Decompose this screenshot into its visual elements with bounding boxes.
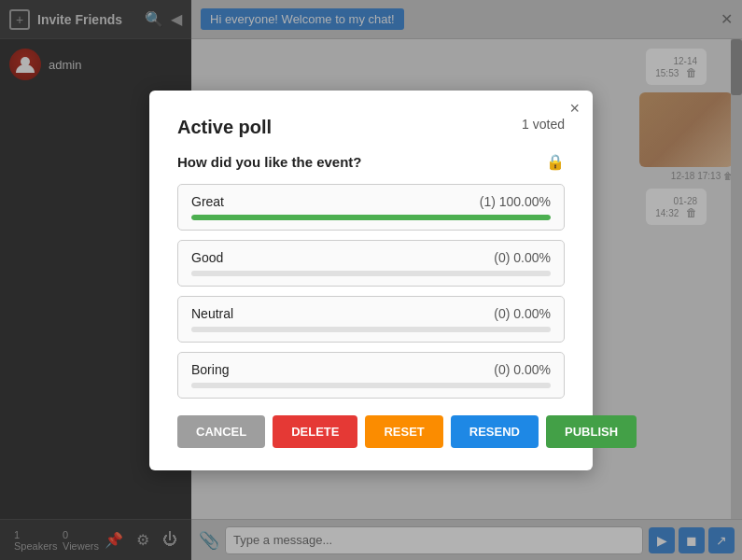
poll-option-good: Good (0) 0.00% xyxy=(177,240,565,287)
poll-option-good-label: Good xyxy=(191,250,223,265)
poll-bar-great-track xyxy=(191,215,551,220)
modal-voted: 1 voted xyxy=(522,117,565,132)
lock-icon: 🔒 xyxy=(546,153,565,171)
poll-modal: × Active poll 1 voted How did you like t… xyxy=(149,91,593,470)
poll-option-good-header: Good (0) 0.00% xyxy=(191,250,551,265)
poll-bar-great-fill xyxy=(191,215,551,220)
poll-option-boring-header: Boring (0) 0.00% xyxy=(191,362,551,377)
poll-bar-good-track xyxy=(191,271,551,276)
poll-option-boring-label: Boring xyxy=(191,362,229,377)
modal-close-button[interactable]: × xyxy=(569,100,580,117)
delete-button[interactable]: DELETE xyxy=(273,415,357,448)
modal-footer: CANCEL DELETE RESET RESEND PUBLISH xyxy=(177,415,565,448)
poll-option-neutral-header: Neutral (0) 0.00% xyxy=(191,306,551,321)
poll-question: How did you like the event? xyxy=(177,154,362,170)
cancel-button[interactable]: CANCEL xyxy=(177,415,265,448)
reset-button[interactable]: RESET xyxy=(365,415,442,448)
poll-option-neutral-pct: (0) 0.00% xyxy=(494,306,551,321)
poll-option-great-label: Great xyxy=(191,194,224,209)
poll-bar-boring-track xyxy=(191,383,551,388)
poll-option-neutral-label: Neutral xyxy=(191,306,233,321)
resend-button[interactable]: RESEND xyxy=(451,415,539,448)
poll-option-great-header: Great (1) 100.00% xyxy=(191,194,551,209)
poll-option-boring-pct: (0) 0.00% xyxy=(494,362,551,377)
poll-option-boring: Boring (0) 0.00% xyxy=(177,352,565,399)
modal-overlay: × Active poll 1 voted How did you like t… xyxy=(0,0,742,560)
poll-question-row: How did you like the event? 🔒 xyxy=(177,153,565,171)
poll-bar-neutral-track xyxy=(191,327,551,332)
poll-option-good-pct: (0) 0.00% xyxy=(494,250,551,265)
publish-button[interactable]: PUBLISH xyxy=(546,415,637,448)
poll-option-great: Great (1) 100.00% xyxy=(177,184,565,231)
modal-header: Active poll 1 voted xyxy=(177,117,565,138)
poll-option-great-pct: (1) 100.00% xyxy=(480,194,551,209)
poll-option-neutral: Neutral (0) 0.00% xyxy=(177,296,565,343)
modal-title: Active poll xyxy=(177,117,272,138)
